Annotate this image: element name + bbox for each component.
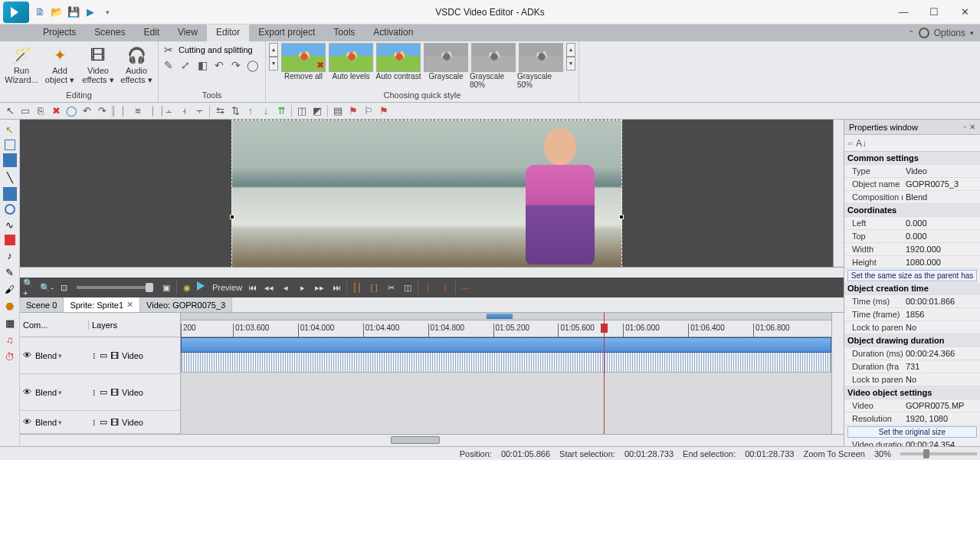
tool-text-icon[interactable]	[5, 140, 15, 150]
tool-circle2-icon[interactable]: ◯	[64, 104, 78, 118]
mini-range[interactable]	[487, 314, 513, 319]
zoom-in-icon[interactable]: 🔍+	[23, 281, 37, 294]
group-icon[interactable]: ◫	[295, 104, 309, 118]
preview-canvas[interactable]	[20, 120, 844, 267]
marker-a-icon[interactable]: [	[421, 281, 435, 294]
style-grayscale[interactable]: Grayscale	[422, 43, 470, 80]
tool-image-icon[interactable]: ▦	[3, 316, 17, 330]
align-m-icon[interactable]: ⫞	[177, 104, 191, 118]
eye-icon[interactable]: 👁	[23, 417, 34, 428]
ungroup-icon[interactable]: ◩	[310, 104, 324, 118]
tab-video[interactable]: Video: GOPR0075_3	[140, 297, 232, 312]
options-dd-icon[interactable]: ▾	[970, 29, 974, 37]
redo-icon[interactable]: ↷	[95, 104, 109, 118]
tool-rect-icon[interactable]	[3, 153, 17, 167]
prop-dur-ms[interactable]: Duration (ms)00:00:24.366	[844, 347, 980, 360]
prop-top[interactable]: Top0.000	[844, 230, 980, 243]
close-tab-icon[interactable]: ✕	[126, 300, 133, 310]
qat-more-icon[interactable]: ▾	[101, 6, 113, 18]
video-effects-button[interactable]: 🎞Video effects ▾	[80, 43, 116, 86]
lock-icon[interactable]: ▭	[100, 417, 107, 427]
tool-ellipse-icon[interactable]	[5, 204, 15, 215]
status-zoom-slider[interactable]	[900, 452, 977, 455]
tool-line-icon[interactable]: ╲	[3, 170, 17, 184]
dd-icon[interactable]: ▾	[58, 352, 62, 360]
wave-icon[interactable]: ⫶	[92, 351, 97, 360]
qat-open-icon[interactable]: 📂	[51, 6, 63, 18]
align-t-icon[interactable]: ⫠	[162, 104, 175, 118]
section-odd[interactable]: Object drawing duration	[844, 334, 980, 347]
range-icon[interactable]: [ ]	[367, 281, 381, 294]
app-logo[interactable]	[3, 2, 29, 23]
tool-chart-icon[interactable]	[5, 235, 15, 245]
timeline-tracks[interactable]: 200 01:03.600 01:04.000 01:04.400 01:04.…	[181, 313, 831, 434]
tool-a-icon[interactable]: ✎	[162, 58, 175, 72]
cut-split-button[interactable]: Cutting and splitting	[179, 45, 253, 54]
tool-select-icon[interactable]: ↖	[3, 123, 17, 136]
tool-note-icon[interactable]: ♪	[3, 248, 17, 262]
prev-frame-icon[interactable]: ◂◂	[262, 281, 276, 294]
prop-dur-frame[interactable]: Duration (fra731	[844, 360, 980, 373]
prop-cat-icon[interactable]: ⎓	[847, 138, 853, 149]
qat-new-icon[interactable]: 🗎	[34, 6, 46, 18]
undo-icon[interactable]: ↶	[80, 104, 93, 118]
tool-pen-icon[interactable]: ✎	[3, 265, 17, 279]
dist-v-icon[interactable]: ⇅	[228, 104, 242, 118]
arrow-up-icon[interactable]: ↑	[244, 104, 257, 118]
tool-page-icon[interactable]: ▭	[18, 104, 32, 118]
prop-width[interactable]: Width1920.000	[844, 243, 980, 256]
section-vos[interactable]: Video object settings	[844, 386, 980, 399]
style-list-up[interactable]: ▴	[566, 43, 575, 57]
align-r-icon[interactable]: ⎹⎹	[146, 104, 160, 118]
marker-in-icon[interactable]: ⚑	[346, 104, 360, 118]
prop-comp-mode[interactable]: Composition mBlend	[844, 191, 980, 204]
next-frame-icon[interactable]: ▸▸	[313, 281, 326, 294]
marker-out-icon[interactable]: ⚐	[362, 104, 375, 118]
timeline-ruler[interactable]: 200 01:03.600 01:04.000 01:04.400 01:04.…	[181, 313, 831, 337]
tool-rect2-icon[interactable]	[3, 187, 17, 201]
menu-editor[interactable]: Editor	[207, 25, 249, 41]
tool-cursor-icon[interactable]: ↖	[3, 104, 17, 118]
panel-pin-icon[interactable]: ▫	[963, 123, 966, 131]
slider-knob[interactable]	[923, 449, 929, 458]
dist-h-icon[interactable]: ⇆	[213, 104, 227, 118]
resize-handle-right[interactable]	[619, 215, 624, 219]
region-icon[interactable]: ◫	[401, 281, 415, 294]
menu-view[interactable]: View	[169, 25, 207, 41]
track-row-1[interactable]: 👁Blend▾ ⫶▭🎞Video	[20, 337, 180, 374]
prop-left[interactable]: Left0.000	[844, 217, 980, 230]
minimize-button[interactable]: —	[888, 0, 919, 25]
close-button[interactable]: ✕	[949, 0, 980, 25]
btn-original-size[interactable]: Set the original size	[847, 426, 977, 438]
resize-handle-left[interactable]	[230, 215, 234, 219]
prop-lock-parent-2[interactable]: Lock to parenNo	[844, 373, 980, 386]
dd-icon[interactable]: ▾	[58, 419, 62, 426]
tool-rotate-l-icon[interactable]: ↶	[212, 58, 226, 72]
tool-delete-icon[interactable]: ✖	[49, 104, 63, 118]
fit-icon[interactable]: ▣	[159, 281, 173, 294]
menu-activation[interactable]: Activation	[364, 25, 422, 41]
tool-copy-icon[interactable]: ⎘	[34, 104, 48, 118]
prop-height[interactable]: Height1080.000	[844, 256, 980, 269]
section-oct[interactable]: Object creation time	[844, 282, 980, 295]
run-wizard-button[interactable]: 🪄Run Wizard...	[3, 43, 40, 86]
timeline-scrollbar-v[interactable]	[831, 313, 844, 434]
tool-brush-icon[interactable]: 🖌	[3, 282, 17, 296]
tab-scene[interactable]: Scene 0	[20, 297, 64, 312]
audio-effects-button[interactable]: 🎧Audio effects ▾	[118, 43, 155, 86]
lock-icon[interactable]: ▭	[100, 350, 107, 360]
section-common[interactable]: Common settings	[844, 152, 980, 165]
add-object-button[interactable]: ✦Add object ▾	[41, 43, 78, 86]
panel-close-icon[interactable]: ✕	[969, 123, 975, 131]
wave-icon[interactable]: ⫶	[92, 388, 97, 397]
style-spin-down[interactable]: ▾	[269, 57, 278, 71]
menu-projects[interactable]: Projects	[34, 25, 85, 41]
prop-time-ms[interactable]: Time (ms)00:00:01.866	[844, 295, 980, 308]
step-back-icon[interactable]: ◂	[279, 281, 293, 294]
qat-play-icon[interactable]: ▶	[84, 6, 97, 18]
tool-counter-icon[interactable]: ⏱	[3, 350, 17, 363]
style-auto-levels[interactable]: Auto levels	[327, 43, 375, 80]
status-zoom-label[interactable]: Zoom To Screen	[803, 449, 865, 458]
style-remove-all[interactable]: ✖Remove all	[280, 43, 327, 80]
tool-shape-icon[interactable]: ⬣	[3, 299, 17, 313]
